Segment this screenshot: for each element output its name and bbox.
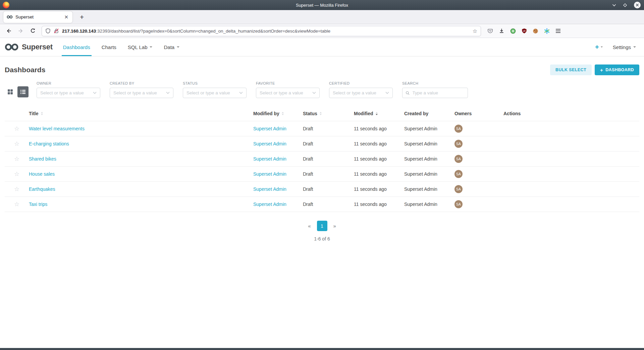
bulk-select-button[interactable]: BULK SELECT	[550, 64, 592, 75]
column-label: Created by	[404, 111, 428, 116]
browser-tab-superset[interactable]: Superset ✕	[3, 11, 72, 23]
filter-search: SEARCH	[402, 81, 468, 98]
forward-button[interactable]	[15, 27, 26, 35]
created-by-text: Superset Admin	[404, 171, 437, 177]
tab-close-icon[interactable]: ✕	[63, 14, 70, 19]
next-page-button[interactable]: »	[331, 222, 338, 229]
nav-item-data[interactable]: Data	[158, 38, 185, 56]
nav-item-charts[interactable]: Charts	[96, 38, 122, 56]
tab-title: Superset	[15, 14, 60, 19]
back-button[interactable]	[3, 27, 14, 35]
chevron-down-icon	[177, 46, 179, 48]
window-maximize-icon[interactable]	[623, 3, 627, 7]
sparkle-extension-icon[interactable]	[542, 27, 551, 35]
nav-label: SQL Lab	[128, 44, 148, 50]
hamburger-menu-icon[interactable]	[554, 27, 562, 35]
modified-by-link[interactable]: Superset Admin	[253, 202, 286, 207]
previous-page-button[interactable]: «	[306, 222, 313, 229]
table-row: ☆ House sales Superset Admin Draft 11 se…	[5, 167, 639, 182]
modified-by-link[interactable]: Superset Admin	[253, 186, 286, 192]
dashboard-title-link[interactable]: Taxi trips	[29, 202, 47, 207]
new-tab-button[interactable]: +	[78, 13, 86, 21]
modified-by-link[interactable]: Superset Admin	[253, 156, 286, 162]
downloads-icon[interactable]	[497, 27, 506, 35]
ublock-origin-icon[interactable]: uO	[520, 27, 529, 35]
window-close-icon[interactable]	[634, 2, 641, 8]
insecure-lock-icon[interactable]	[54, 28, 59, 34]
sort-desc-icon	[376, 112, 378, 115]
favorite-star-icon[interactable]: ☆	[14, 141, 19, 147]
settings-menu[interactable]: Settings	[613, 44, 636, 50]
window-minimize-icon[interactable]	[612, 4, 616, 7]
created-by-select[interactable]: Select or type a value	[110, 88, 173, 98]
dashboard-title-link[interactable]: House sales	[29, 171, 55, 177]
column-label: Modified	[354, 111, 373, 116]
column-header-created-by: Created by	[404, 111, 454, 116]
owner-avatar[interactable]: SA	[454, 200, 463, 208]
page-1-button[interactable]: 1	[317, 221, 327, 231]
extension-green-icon[interactable]	[508, 27, 518, 35]
search-input[interactable]	[412, 90, 465, 96]
select-placeholder: Select or type a value	[260, 90, 310, 95]
modified-by-link[interactable]: Superset Admin	[253, 141, 286, 146]
column-header-modified-by[interactable]: Modified by	[253, 111, 303, 116]
select-placeholder: Select or type a value	[186, 90, 237, 95]
column-header-modified[interactable]: Modified	[354, 111, 404, 116]
modified-by-link[interactable]: Superset Admin	[253, 126, 286, 131]
filter-owner: OWNER Select or type a value	[37, 81, 100, 98]
superset-logo[interactable]: Superset	[5, 38, 53, 56]
owner-avatar[interactable]: SA	[454, 170, 463, 178]
created-by-text: Superset Admin	[404, 126, 437, 131]
favorite-star-icon[interactable]: ☆	[14, 126, 19, 132]
owner-avatar[interactable]: SA	[454, 155, 463, 163]
svg-text:uO: uO	[523, 30, 526, 32]
favorite-star-icon[interactable]: ☆	[14, 156, 19, 162]
reload-button[interactable]	[28, 27, 38, 35]
pocket-icon[interactable]	[486, 27, 495, 35]
table-header-row: Title Modified by Status Modified Create…	[5, 106, 639, 121]
owner-avatar[interactable]: SA	[454, 140, 463, 148]
list-view-icon[interactable]	[17, 86, 29, 97]
status-select[interactable]: Select or type a value	[183, 88, 247, 98]
modified-by-link[interactable]: Superset Admin	[253, 171, 286, 177]
favorite-star-icon[interactable]: ☆	[14, 201, 19, 207]
sort-icon	[41, 112, 43, 115]
modified-text: 11 seconds ago	[354, 171, 387, 177]
select-placeholder: Select or type a value	[40, 90, 91, 95]
new-dashboard-button[interactable]: + DASHBOARD	[595, 64, 639, 75]
favorite-select[interactable]: Select or type a value	[256, 88, 320, 98]
dashboard-title-link[interactable]: E-charging stations	[29, 141, 69, 146]
favorite-star-icon[interactable]: ☆	[14, 171, 19, 177]
new-item-menu[interactable]: +	[595, 43, 603, 51]
dashboard-title-link[interactable]: Water level measurements	[29, 126, 85, 131]
status-text: Draft	[303, 202, 313, 207]
brand-name: Superset	[22, 43, 53, 51]
column-header-title[interactable]: Title	[29, 111, 253, 116]
page-title: Dashboards	[5, 66, 45, 74]
superset-navbar: Superset Dashboards Charts SQL Lab Data …	[0, 38, 644, 56]
certified-select[interactable]: Select or type a value	[329, 88, 393, 98]
nav-item-dashboards[interactable]: Dashboards	[57, 38, 96, 56]
cookie-extension-icon[interactable]	[531, 27, 540, 35]
dashboards-table: Title Modified by Status Modified Create…	[5, 106, 639, 212]
bookmark-star-icon[interactable]: ☆	[473, 28, 477, 34]
url-bar[interactable]: 217.160.120.143:32393/dashboard/list/?pa…	[42, 26, 481, 36]
card-view-icon[interactable]	[7, 89, 13, 95]
chevron-down-icon	[601, 46, 603, 48]
filter-label: FAVORITE	[256, 81, 320, 85]
created-by-text: Superset Admin	[404, 156, 437, 162]
chevron-down-icon	[312, 92, 316, 94]
chevron-down-icon	[239, 92, 243, 94]
tracking-shield-icon[interactable]	[45, 28, 51, 34]
column-header-status[interactable]: Status	[303, 111, 354, 116]
dashboard-title-link[interactable]: Shared bikes	[29, 156, 56, 162]
owner-select[interactable]: Select or type a value	[37, 88, 100, 98]
favorite-star-icon[interactable]: ☆	[14, 186, 19, 192]
dashboard-title-link[interactable]: Earthquakes	[29, 186, 55, 192]
nav-item-sql-lab[interactable]: SQL Lab	[122, 38, 158, 56]
created-by-text: Superset Admin	[404, 202, 437, 207]
owner-avatar[interactable]: SA	[454, 125, 463, 133]
chevron-down-icon	[633, 46, 636, 48]
column-label: Owners	[454, 111, 472, 116]
owner-avatar[interactable]: SA	[454, 185, 463, 193]
